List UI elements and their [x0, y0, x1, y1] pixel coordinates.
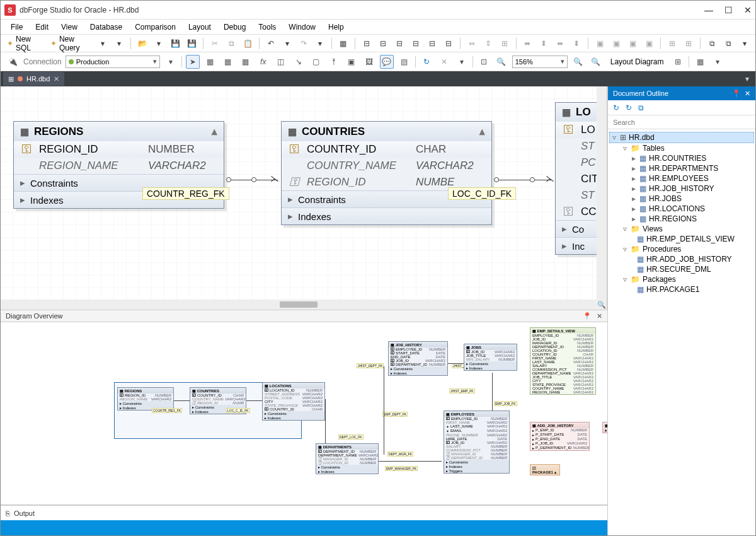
mini-package1[interactable]: ◫ PACKAGE1 ▴ [530, 464, 560, 475]
new-sql-button[interactable]: ✦New SQL [4, 35, 45, 52]
distribute-icon[interactable]: ⊞ [498, 37, 512, 50]
dropdown-icon[interactable]: ▾ [711, 55, 724, 69]
menu-help[interactable]: Help [323, 21, 349, 33]
mini-jobs[interactable]: ▦ JOBS ⚿JOB_IDVARCHAR2 JOB_TITLEVARCHAR2… [464, 344, 517, 371]
relation-icon[interactable]: ↘ [292, 55, 306, 69]
order-icon[interactable]: ▣ [593, 37, 607, 50]
pin-icon[interactable]: 📍 [583, 312, 592, 320]
menu-view[interactable]: View [56, 21, 83, 33]
layout-icon[interactable]: ⊞ [671, 55, 685, 69]
dropdown-icon[interactable]: ▾ [313, 37, 327, 50]
grid-icon[interactable]: ▤ [398, 55, 411, 69]
unlink-icon[interactable]: ⧉ [721, 37, 735, 50]
pointer-tool-icon[interactable]: ➤ [186, 55, 200, 69]
size-icon[interactable]: ⬍ [570, 37, 583, 50]
undo-icon[interactable]: ↶ [264, 37, 278, 50]
close-icon[interactable]: ✕ [597, 312, 602, 320]
collapse-icon[interactable]: ▴ [479, 125, 485, 138]
tree-item[interactable]: ▸▦HR.LOCATIONS [609, 204, 754, 214]
refresh-all-icon[interactable]: ↻ [626, 103, 632, 112]
stamp-icon[interactable]: ▣ [345, 55, 358, 69]
menu-debug[interactable]: Debug [219, 21, 251, 33]
zoom-out-icon[interactable]: 🔍 [589, 55, 603, 69]
tree-item[interactable]: ▦HR.SECURE_DML [609, 264, 754, 274]
table-tool-icon[interactable]: ▦ [221, 55, 235, 69]
diagram-canvas[interactable]: ▦ REGIONS ▴ ⚿REGION_IDNUMBER REGION_NAME… [1, 86, 607, 310]
close-icon[interactable]: ✕ [745, 90, 750, 98]
zoom-icon[interactable]: 🔍 [495, 55, 508, 69]
export-image-icon[interactable]: ▦ [693, 55, 707, 69]
minimize-button[interactable]: — [704, 5, 713, 15]
tree-root[interactable]: ▿⊞HR.dbd [609, 132, 754, 143]
mini-add-job-history[interactable]: ▦ ADD_JOB_HISTORY ▸P_EMP_IDNUMBER ▸P_STA… [530, 422, 590, 451]
tab-overflow-icon[interactable]: ▾ [742, 74, 753, 83]
new-query-button[interactable]: ✦New Query [48, 35, 93, 52]
pin-icon[interactable]: 📍 [732, 90, 741, 98]
menu-comparison[interactable]: Comparison [130, 21, 181, 33]
note-tool-icon[interactable]: 💬 [380, 55, 394, 69]
vertical-scrollbar[interactable] [597, 86, 607, 300]
export-icon[interactable]: ⭱ [327, 55, 341, 69]
fx-icon[interactable]: fx [256, 55, 270, 69]
mini-regions[interactable]: ▦ REGIONS ⚿REGION_IDNUMBER REGION_NAMEVA… [117, 387, 174, 411]
menu-database[interactable]: Database [85, 21, 127, 33]
save-all-icon[interactable]: 💾 [185, 37, 198, 50]
layout-diagram-button[interactable]: Layout Diagram [607, 56, 668, 67]
align-middle-icon[interactable]: ⊟ [425, 37, 439, 50]
collapse-icon[interactable]: ▴ [212, 125, 217, 138]
tree-item[interactable]: ▸▦HR.COUNTRIES [609, 153, 754, 163]
grid-icon[interactable]: ⊞ [682, 37, 696, 50]
mini-employees[interactable]: ▦ EMPLOYEES ⚿EMPLOYEE_IDNUMBER FIRST_NAM… [444, 411, 510, 474]
tree-folder-procedures[interactable]: ▿📁Procedures [609, 244, 754, 254]
zoom-combo[interactable]: 156% ▾ [512, 55, 568, 68]
close-icon[interactable]: ✕ [54, 75, 59, 83]
size-icon[interactable]: ⬌ [553, 37, 567, 50]
align-top-icon[interactable]: ⊟ [409, 37, 423, 50]
dropdown-icon[interactable]: ▾ [455, 55, 469, 69]
table-tool-icon[interactable]: ▦ [239, 55, 253, 69]
search-input[interactable] [608, 115, 755, 129]
align-left-icon[interactable]: ⊟ [360, 37, 374, 50]
dropdown-icon[interactable]: ▾ [112, 37, 126, 50]
copy-icon[interactable]: ⧉ [638, 103, 644, 112]
fit-page-icon[interactable]: ⊡ [477, 55, 491, 69]
dropdown-icon[interactable]: ▾ [164, 55, 178, 69]
tree-item[interactable]: ▸▦HR.JOBS [609, 194, 754, 204]
image-icon[interactable]: 🖼 [362, 55, 376, 69]
redo-icon[interactable]: ↷ [297, 37, 311, 50]
tree-item[interactable]: ▸▦HR.REGIONS [609, 214, 754, 224]
table-tool-icon[interactable]: ▦ [203, 55, 217, 69]
tree-folder-views[interactable]: ▿📁Views [609, 224, 754, 234]
mini-departments[interactable]: ▦ DEPARTMENTS ⚿DEPARTMENT_IDNUMBER DEPAR… [316, 443, 379, 474]
menu-tools[interactable]: Tools [253, 21, 281, 33]
outline-tree[interactable]: ▿⊞HR.dbd ▿📁Tables ▸▦HR.COUNTRIES ▸▦HR.DE… [608, 129, 755, 535]
dropdown-icon[interactable]: ▾ [280, 37, 294, 50]
delete-icon[interactable]: ✕ [437, 55, 451, 69]
copy-icon[interactable]: ⧉ [224, 37, 238, 50]
size-icon[interactable]: ⬍ [537, 37, 551, 50]
maximize-button[interactable]: ☐ [724, 5, 733, 15]
connection-combo[interactable]: Production ▾ [66, 55, 160, 68]
horizontal-scrollbar[interactable] [1, 300, 597, 310]
link-icon[interactable]: ⧉ [705, 37, 719, 50]
outline-search[interactable] [608, 115, 755, 129]
grid-icon[interactable]: ⊞ [665, 37, 679, 50]
tree-folder-tables[interactable]: ▿📁Tables [609, 143, 754, 153]
distribute-v-icon[interactable]: ⇕ [481, 37, 495, 50]
tab-hr-dbd[interactable]: ⊞ HR.dbd ✕ [3, 72, 64, 86]
zoom-icon[interactable]: 🔍 [597, 300, 607, 310]
save-icon[interactable]: 💾 [168, 37, 182, 50]
tree-item[interactable]: ▦HR.EMP_DETAILS_VIEW [609, 234, 754, 244]
dropdown-icon[interactable]: ▾ [96, 37, 110, 50]
close-button[interactable]: ✕ [744, 5, 752, 15]
plug-icon[interactable]: 🔌 [6, 55, 20, 69]
tree-item[interactable]: ▸▦HR.DEPARTMENTS [609, 163, 754, 173]
mini-emp-details-view[interactable]: ▦ EMP_DETAILS_VIEW EMPLOYEE_IDNUMBER JOB… [530, 327, 596, 395]
menu-window[interactable]: Window [284, 21, 321, 33]
paste-icon[interactable]: 📋 [241, 37, 255, 50]
dropdown-icon[interactable]: ▾ [738, 37, 752, 50]
order-icon[interactable]: ▣ [642, 37, 656, 50]
menu-layout[interactable]: Layout [183, 21, 216, 33]
menu-file[interactable]: File [6, 21, 28, 33]
align-right-icon[interactable]: ⊟ [392, 37, 406, 50]
